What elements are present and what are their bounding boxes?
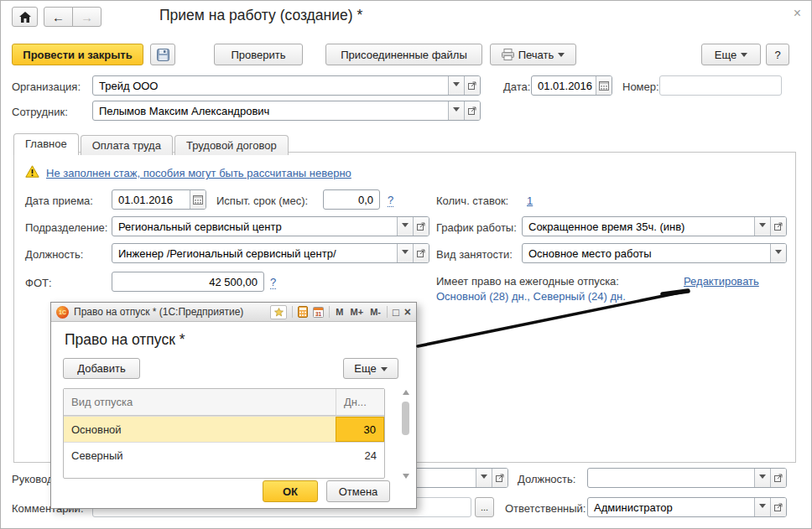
table-scrollbar[interactable] [401, 388, 411, 480]
dropdown-button[interactable] [770, 244, 786, 262]
dropdown-button[interactable] [448, 101, 464, 120]
dropdown-button[interactable] [476, 469, 492, 487]
add-button[interactable]: Добавить [63, 358, 140, 379]
vacation-value: Основной (28) дн., Северный (24) дн. [436, 290, 626, 303]
employee-field[interactable]: Пелымов Максим Александрович [92, 101, 481, 121]
attached-files-button[interactable]: Присоединенные файлы [325, 44, 482, 65]
tab-pay[interactable]: Оплата труда [81, 135, 173, 155]
dropdown-button[interactable] [397, 244, 413, 262]
open-button[interactable] [464, 76, 480, 95]
memory-minus-button[interactable]: M- [369, 307, 382, 317]
chevron-down-icon [453, 107, 460, 115]
fot-help-link[interactable]: ? [270, 276, 276, 289]
organization-label: Организация: [12, 80, 81, 93]
dropdown-button[interactable] [448, 76, 464, 95]
number-field[interactable] [659, 75, 782, 96]
dialog-heading: Право на отпуск * [65, 331, 185, 349]
home-button[interactable] [12, 7, 38, 27]
responsible-field[interactable]: Администратор [587, 497, 787, 517]
calendar-31-icon: 31 [313, 306, 324, 318]
open-icon [774, 503, 783, 511]
footer-position-field[interactable] [587, 468, 787, 488]
cell-days[interactable]: 24 [336, 443, 384, 468]
employee-value: Пелымов Максим Александрович [93, 105, 448, 117]
help-button[interactable]: ? [766, 44, 789, 65]
probation-help-link[interactable]: ? [388, 194, 393, 207]
memory-plus-button[interactable]: M+ [350, 307, 365, 317]
schedule-field[interactable]: Сокращенное время 35ч. (инв) [522, 216, 787, 236]
cell-days-selected[interactable]: 30 [336, 417, 384, 442]
hire-date-value: 01.01.2016 [112, 194, 190, 206]
open-icon [496, 474, 504, 482]
organization-field[interactable]: Трейд ООО [92, 75, 481, 96]
probation-label: Испыт. срок (мес): [216, 194, 308, 207]
department-label: Подразделение: [25, 221, 107, 234]
scrollbar-thumb[interactable] [402, 402, 409, 435]
cell-type[interactable]: Северный [64, 449, 336, 462]
post-and-close-button[interactable]: Провести и закрыть [12, 44, 143, 65]
memory-m-button[interactable]: M [335, 307, 344, 317]
calendar-button[interactable] [190, 190, 206, 209]
fot-field[interactable]: 42 500,00 [112, 272, 264, 292]
open-button[interactable] [413, 217, 429, 236]
check-button[interactable]: Проверить [214, 44, 303, 65]
open-button[interactable] [770, 498, 786, 516]
open-button[interactable] [464, 101, 480, 120]
rates-link[interactable]: 1 [527, 194, 533, 207]
dropdown-button[interactable] [754, 498, 770, 516]
dialog-close-icon[interactable]: × [404, 305, 411, 319]
print-button[interactable]: Печать [490, 44, 576, 65]
dropdown-button[interactable] [397, 217, 413, 236]
hire-date-field[interactable]: 01.01.2016 [112, 189, 206, 210]
favorites-button[interactable] [270, 305, 287, 319]
calendar-button[interactable]: 31 [313, 306, 324, 318]
print-label: Печать [518, 49, 554, 61]
open-button[interactable] [770, 469, 786, 487]
tab-main[interactable]: Главное [13, 133, 79, 155]
date-field[interactable]: 01.01.2016 [531, 75, 612, 96]
calculator-button[interactable] [298, 306, 308, 318]
more-button[interactable]: Еще [701, 44, 761, 65]
scroll-up-icon[interactable] [403, 390, 409, 395]
forward-icon: → [81, 10, 93, 24]
department-field[interactable]: Региональный сервисный центр [112, 216, 429, 236]
dropdown-button[interactable] [754, 217, 770, 236]
open-button[interactable] [492, 469, 508, 487]
save-button[interactable] [150, 44, 175, 65]
ok-button[interactable]: ОК [263, 480, 318, 502]
forward-button[interactable]: → [72, 7, 102, 27]
scroll-down-icon[interactable] [403, 474, 409, 479]
open-button[interactable] [770, 217, 786, 236]
position-field[interactable]: Инженер /Региональный сервисный центр/ [112, 243, 429, 263]
back-button[interactable]: ← [44, 7, 73, 27]
divider [329, 306, 330, 318]
table-row[interactable]: Основной 30 [64, 416, 384, 442]
tab-contract[interactable]: Трудовой договор [174, 135, 289, 155]
vacation-edit-link[interactable]: Редактировать [684, 275, 759, 288]
maximize-icon[interactable]: □ [393, 306, 399, 319]
column-header-days[interactable]: Дн... [336, 389, 384, 415]
column-header-type[interactable]: Вид отпуска [64, 396, 336, 408]
table-header-row: Вид отпуска Дн... [64, 389, 384, 416]
dialog-more-button[interactable]: Еще [343, 358, 398, 379]
department-value: Региональный сервисный центр [112, 220, 397, 233]
cancel-button[interactable]: Отмена [326, 480, 390, 502]
employment-field[interactable]: Основное место работы [522, 243, 787, 263]
close-icon[interactable]: × [794, 7, 801, 20]
comment-more-button[interactable]: ... [475, 497, 494, 517]
table-row[interactable]: Северный 24 [64, 442, 384, 468]
chevron-down-icon [558, 53, 565, 60]
calendar-button[interactable] [596, 76, 612, 95]
chevron-down-icon [775, 250, 782, 257]
footer-position-label: Должность: [518, 473, 575, 485]
schedule-value: Сокращенное время 35ч. (инв) [523, 220, 754, 233]
open-icon [774, 222, 783, 231]
dropdown-button[interactable] [754, 469, 770, 487]
dialog-titlebar[interactable]: 1С Право на отпуск * (1С:Предприятие) 31… [51, 303, 416, 322]
open-icon [774, 474, 783, 482]
warning-link[interactable]: Не заполнен стаж, пособия могут быть рас… [46, 167, 351, 179]
cell-type[interactable]: Основной [64, 423, 336, 436]
open-button[interactable] [413, 244, 429, 262]
probation-field[interactable]: 0,0 [323, 189, 380, 210]
chevron-down-icon [741, 53, 747, 60]
